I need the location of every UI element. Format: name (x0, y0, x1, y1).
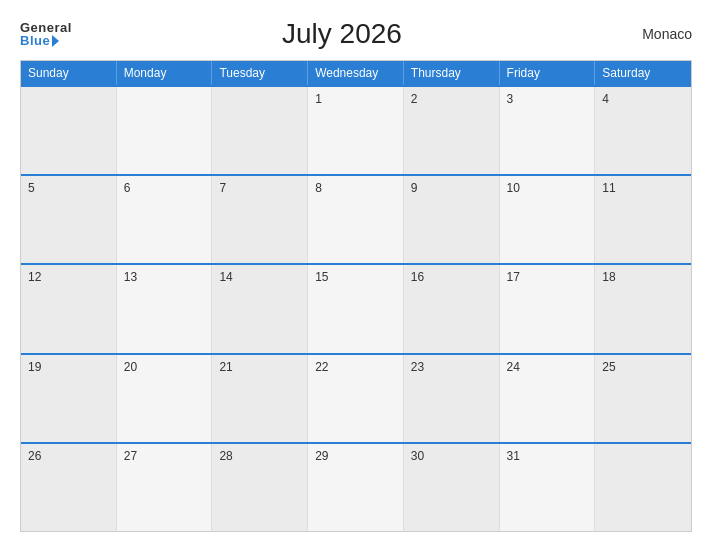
cal-day-cell: 9 (404, 176, 500, 263)
cal-day-cell: 3 (500, 87, 596, 174)
cal-day-cell: 21 (212, 355, 308, 442)
cal-day-cell: 23 (404, 355, 500, 442)
cal-day-cell: 19 (21, 355, 117, 442)
day-number: 19 (28, 360, 109, 374)
day-number: 5 (28, 181, 109, 195)
calendar-page: General Blue July 2026 Monaco SundayMond… (0, 0, 712, 550)
cal-day-cell: 31 (500, 444, 596, 531)
day-number: 2 (411, 92, 492, 106)
calendar-title: July 2026 (72, 18, 612, 50)
day-number: 16 (411, 270, 492, 284)
cal-day-cell: 6 (117, 176, 213, 263)
cal-day-cell: 27 (117, 444, 213, 531)
day-number: 31 (507, 449, 588, 463)
cal-day-cell: 7 (212, 176, 308, 263)
cal-day-cell: 17 (500, 265, 596, 352)
cal-day-cell: 24 (500, 355, 596, 442)
cal-day-cell (212, 87, 308, 174)
day-number: 4 (602, 92, 684, 106)
calendar-week-1: 1234 (21, 85, 691, 174)
calendar-header-row: SundayMondayTuesdayWednesdayThursdayFrid… (21, 61, 691, 85)
header-day-wednesday: Wednesday (308, 61, 404, 85)
cal-day-cell (117, 87, 213, 174)
cal-day-cell: 15 (308, 265, 404, 352)
cal-day-cell: 26 (21, 444, 117, 531)
day-number: 15 (315, 270, 396, 284)
cal-day-cell: 20 (117, 355, 213, 442)
cal-day-cell (595, 444, 691, 531)
day-number: 9 (411, 181, 492, 195)
calendar-grid: SundayMondayTuesdayWednesdayThursdayFrid… (20, 60, 692, 532)
cal-day-cell: 10 (500, 176, 596, 263)
header-day-friday: Friday (500, 61, 596, 85)
cal-day-cell: 16 (404, 265, 500, 352)
day-number: 12 (28, 270, 109, 284)
day-number: 28 (219, 449, 300, 463)
cal-day-cell: 1 (308, 87, 404, 174)
day-number: 18 (602, 270, 684, 284)
day-number: 8 (315, 181, 396, 195)
day-number: 13 (124, 270, 205, 284)
day-number: 7 (219, 181, 300, 195)
day-number: 11 (602, 181, 684, 195)
day-number: 10 (507, 181, 588, 195)
day-number: 17 (507, 270, 588, 284)
day-number: 23 (411, 360, 492, 374)
day-number: 29 (315, 449, 396, 463)
logo-triangle-icon (52, 35, 59, 47)
cal-day-cell: 25 (595, 355, 691, 442)
day-number: 27 (124, 449, 205, 463)
page-header: General Blue July 2026 Monaco (20, 18, 692, 50)
calendar-week-3: 12131415161718 (21, 263, 691, 352)
header-day-thursday: Thursday (404, 61, 500, 85)
day-number: 3 (507, 92, 588, 106)
header-day-saturday: Saturday (595, 61, 691, 85)
logo: General Blue (20, 21, 72, 47)
country-label: Monaco (612, 26, 692, 42)
cal-day-cell: 28 (212, 444, 308, 531)
day-number: 21 (219, 360, 300, 374)
cal-day-cell: 2 (404, 87, 500, 174)
day-number: 6 (124, 181, 205, 195)
calendar-week-4: 19202122232425 (21, 353, 691, 442)
day-number: 22 (315, 360, 396, 374)
cal-day-cell: 13 (117, 265, 213, 352)
day-number: 20 (124, 360, 205, 374)
day-number: 14 (219, 270, 300, 284)
cal-day-cell: 29 (308, 444, 404, 531)
header-day-sunday: Sunday (21, 61, 117, 85)
cal-day-cell: 30 (404, 444, 500, 531)
day-number: 24 (507, 360, 588, 374)
cal-day-cell: 8 (308, 176, 404, 263)
day-number: 26 (28, 449, 109, 463)
cal-day-cell: 4 (595, 87, 691, 174)
header-day-monday: Monday (117, 61, 213, 85)
calendar-week-5: 262728293031 (21, 442, 691, 531)
day-number: 25 (602, 360, 684, 374)
logo-blue-text: Blue (20, 34, 59, 47)
cal-day-cell: 5 (21, 176, 117, 263)
cal-day-cell: 18 (595, 265, 691, 352)
cal-day-cell (21, 87, 117, 174)
cal-day-cell: 12 (21, 265, 117, 352)
header-day-tuesday: Tuesday (212, 61, 308, 85)
day-number: 1 (315, 92, 396, 106)
calendar-week-2: 567891011 (21, 174, 691, 263)
cal-day-cell: 22 (308, 355, 404, 442)
cal-day-cell: 14 (212, 265, 308, 352)
day-number: 30 (411, 449, 492, 463)
cal-day-cell: 11 (595, 176, 691, 263)
